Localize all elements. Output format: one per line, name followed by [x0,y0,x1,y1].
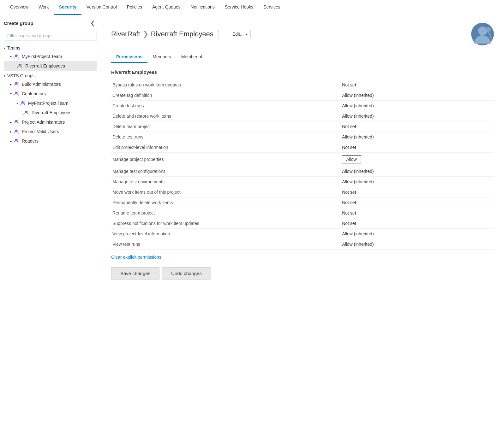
svg-point-3 [21,64,22,65]
clear-permissions-link[interactable]: Clear explicit permissions [111,255,161,260]
permission-name: Manage project properties [111,153,341,166]
permission-name: Move work items out of this project [111,187,341,197]
table-row: Move work items out of this projectNot s… [111,187,494,197]
breadcrumb-separator: ❯ [143,30,148,38]
proj-valid-icon [13,128,19,135]
permission-value: Allow (inherited) [341,166,494,177]
permission-name: Create tag definition [111,90,341,101]
contributors-icon [13,91,19,97]
permission-value[interactable]: Allow [341,153,494,166]
myfirstproject-label: MyFirstProject Team [22,54,62,59]
nav-item-notifications[interactable]: Notifications [186,0,220,15]
collapse-button[interactable]: ❮ [88,19,97,27]
project-administrators[interactable]: ▸ Project Administrators [4,117,97,127]
table-row: Edit project-level informationNot set [111,142,494,153]
contributors-myfirstproject[interactable]: ▾ MyFirstProject Team [4,98,97,108]
tabs: Permissions Members Member of [111,52,494,63]
nav-item-overview[interactable]: Overview [5,0,33,15]
cont-riverraft-employees[interactable]: Riverraft Employees [4,108,97,117]
vsts-chevron: ▾ [4,74,5,78]
nav-item-security[interactable]: Security [54,0,81,15]
permission-name: Manage test configurations [111,166,341,177]
permission-value: Not set [341,121,494,132]
vsts-section: ▾ VSTS Groups ▸ Build Administrators [4,72,97,146]
nav-item-policies[interactable]: Policies [122,0,147,15]
svg-point-19 [485,27,491,32]
permission-name: Manage test environments [111,177,341,187]
breadcrumb-child: Riverraft Employees [151,30,213,38]
teams-label: Teams [7,45,20,50]
permission-value: Not set [341,218,494,229]
permission-value: Not set [341,197,494,208]
teams-header[interactable]: ▾ Teams [4,44,97,52]
svg-point-5 [17,82,18,84]
readers[interactable]: ▸ Readers [4,136,97,146]
permission-value: Allow (inherited) [341,229,494,239]
teams-section: ▾ Teams ▾ MyFirstProject Team [4,44,97,71]
permission-name: Edit project-level information [111,142,341,153]
permission-name: Bypass rules on work item updates [111,80,341,90]
permission-value: Not set [341,208,494,218]
table-row: Rename team projectNot set [111,208,494,218]
dropdown-arrow-icon: ▾ [246,32,247,36]
nav-item-agent-queues[interactable]: Agent Queues [147,0,186,15]
permission-name: Delete test runs [111,132,341,142]
table-row: Manage project propertiesAllow [111,153,494,166]
divider [219,29,219,39]
breadcrumb-parent: RiverRaft [111,30,140,38]
sidebar: Create group ❮ ▾ Teams ▾ [0,15,101,436]
edit-button[interactable]: Edit... ▾ [229,30,251,38]
section-title: Riverraft Employees [111,69,494,75]
undo-button[interactable]: Undo changes [162,267,211,280]
cont-myfirstproject-icon [19,100,26,106]
contributors-chevron: ▾ [10,92,12,96]
nav-item-service-hooks[interactable]: Service Hooks [220,0,258,15]
svg-point-1 [17,55,18,56]
svg-point-11 [27,111,28,112]
table-row: Delete test runsAllow (inherited) [111,132,494,142]
permission-value: Not set [341,187,494,197]
project-admin-label: Project Administrators [22,120,65,125]
permission-name: Delete team project [111,121,341,132]
permission-name: Rename team project [111,208,341,218]
table-row: Delete and restore work itemsAllow (inhe… [111,111,494,121]
contributors-label: Contributors [22,91,46,96]
riverraft-icon [16,63,23,69]
project-valid-users[interactable]: ▸ Project Valid Users [4,127,97,136]
vsts-header[interactable]: ▾ VSTS Groups [4,72,97,80]
tab-member-of[interactable]: Member of [176,52,207,63]
permission-value: Allow (inherited) [341,90,494,101]
svg-point-7 [17,92,18,93]
riverraft-employees-team-label: Riverraft Employees [25,63,65,68]
readers-label: Readers [22,138,39,144]
team-myfirstproject[interactable]: ▾ MyFirstProject Team [4,52,97,61]
tab-members[interactable]: Members [147,52,176,63]
permission-value: Allow (inherited) [341,239,494,250]
table-row: Manage test configurationsAllow (inherit… [111,166,494,177]
content-header: RiverRaft ❯ Riverraft Employees Edit... … [111,23,494,45]
build-admin-icon [13,81,19,87]
sidebar-title: Create group [4,21,33,26]
nav-item-version-control[interactable]: Version Control [81,0,122,15]
build-administrators[interactable]: ▸ Build Administrators [4,80,97,89]
svg-point-13 [17,120,18,121]
footer-buttons: Save changes Undo changes [111,267,494,280]
permission-name: Suppress notifications for work item upd… [111,218,341,229]
table-row: Permanently delete work itemsNot set [111,197,494,208]
contributors[interactable]: ▾ Contributors [4,89,97,98]
tab-permissions[interactable]: Permissions [111,52,147,63]
save-button[interactable]: Save changes [111,267,159,280]
cont-riverraft-icon [23,109,29,116]
permission-value: Allow (inherited) [341,177,494,187]
permission-name: View project-level information [111,229,341,239]
svg-point-15 [17,130,18,131]
table-row: Manage test environmentsAllow (inherited… [111,177,494,187]
riverraft-employees-team[interactable]: Riverraft Employees [4,61,97,71]
cont-riverraft-label: Riverraft Employees [32,110,71,115]
avatar [471,23,494,45]
nav-item-services[interactable]: Services [258,0,285,15]
filter-input[interactable] [4,31,97,40]
readers-icon [13,138,19,144]
allow-badge[interactable]: Allow [342,155,361,163]
nav-item-work[interactable]: Work [33,0,54,15]
